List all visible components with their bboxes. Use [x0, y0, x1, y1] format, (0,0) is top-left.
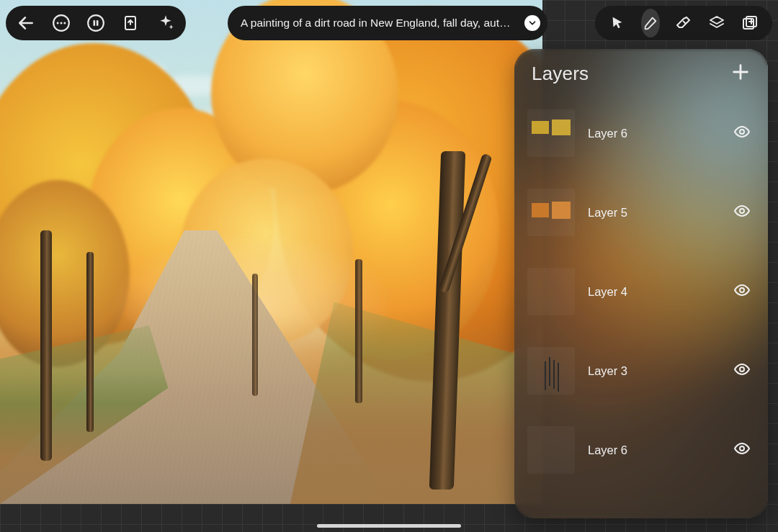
layers-panel[interactable]: Layers Layer 6 Layer 5 Layer 4 — [514, 49, 768, 518]
layer-row[interactable]: Layer 6 — [514, 94, 768, 173]
home-indicator[interactable] — [317, 524, 461, 528]
layer-row[interactable]: Layer 3 — [514, 331, 768, 410]
layer-name: Layer 3 — [588, 364, 720, 378]
svg-point-17 — [740, 130, 744, 134]
layer-thumbnail — [527, 268, 575, 315]
svg-point-2 — [56, 22, 58, 24]
canvas-artwork[interactable] — [0, 0, 542, 504]
layers-title: Layers — [532, 63, 589, 85]
visibility-toggle[interactable] — [733, 440, 751, 460]
svg-line-9 — [683, 21, 686, 24]
more-icon — [52, 14, 71, 32]
arrow-left-icon — [17, 14, 35, 32]
layers-list: Layer 6 Layer 5 Layer 4 Layer 3 Layer 6 — [514, 94, 768, 518]
eraser-icon — [675, 14, 692, 32]
sparkle-icon — [156, 14, 175, 32]
add-layer-button[interactable] — [730, 62, 751, 85]
sparkle-button[interactable] — [156, 9, 176, 37]
svg-point-3 — [60, 22, 62, 24]
svg-point-19 — [740, 288, 744, 292]
layer-row[interactable]: Layer 5 — [514, 173, 768, 252]
cursor-icon — [609, 15, 625, 31]
layers-icon — [708, 14, 725, 32]
prompt-bar[interactable]: A painting of a dirt road in New England… — [228, 6, 547, 40]
eye-icon — [733, 281, 751, 299]
import-icon — [122, 14, 139, 32]
visibility-toggle[interactable] — [733, 202, 751, 222]
svg-point-20 — [740, 367, 744, 371]
visibility-toggle[interactable] — [733, 361, 751, 381]
layer-row[interactable]: Layer 4 — [514, 252, 768, 331]
toolbar-left — [6, 6, 186, 40]
plus-icon — [730, 62, 751, 82]
visibility-toggle[interactable] — [733, 281, 751, 302]
layer-thumbnail — [527, 426, 575, 474]
add-canvas-button[interactable] — [741, 9, 759, 37]
svg-point-5 — [88, 15, 104, 31]
eye-icon — [733, 202, 751, 220]
layer-name: Layer 6 — [588, 443, 720, 457]
svg-point-21 — [740, 446, 744, 451]
svg-point-4 — [63, 22, 66, 24]
pause-button[interactable] — [86, 9, 106, 37]
back-button[interactable] — [16, 9, 36, 37]
eye-icon — [733, 440, 751, 457]
more-button[interactable] — [50, 9, 71, 37]
toolbar-right — [595, 6, 772, 40]
brush-icon — [643, 15, 658, 31]
prompt-text: A painting of a dirt road in New England… — [241, 17, 510, 30]
brush-tool[interactable] — [641, 9, 660, 37]
cursor-tool[interactable] — [608, 9, 627, 37]
prompt-expand-button[interactable] — [524, 15, 540, 31]
add-rect-icon — [741, 14, 759, 32]
svg-point-18 — [740, 209, 744, 213]
import-button[interactable] — [120, 9, 140, 37]
layer-row[interactable]: Layer 6 — [514, 410, 768, 490]
layer-thumbnail — [527, 189, 575, 236]
visibility-toggle[interactable] — [733, 123, 751, 143]
layer-thumbnail — [527, 347, 575, 395]
pause-icon — [86, 14, 105, 32]
eye-icon — [733, 123, 751, 140]
svg-marker-10 — [710, 17, 723, 24]
eraser-tool[interactable] — [674, 9, 693, 37]
layer-name: Layer 5 — [588, 206, 720, 220]
layers-tool[interactable] — [707, 9, 726, 37]
layer-name: Layer 6 — [588, 127, 720, 140]
layer-name: Layer 4 — [588, 285, 720, 299]
layer-thumbnail — [527, 109, 575, 157]
eye-icon — [733, 361, 751, 378]
chevron-down-icon — [527, 18, 537, 28]
